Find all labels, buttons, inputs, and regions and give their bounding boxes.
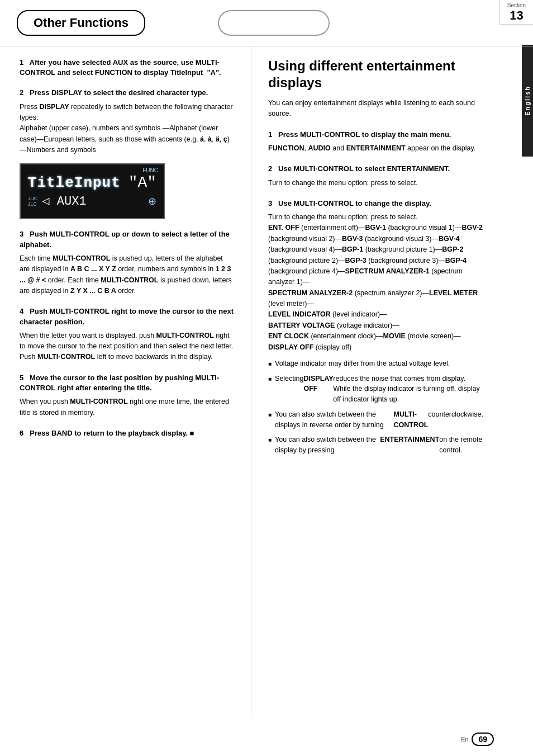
step4-body: When the letter you want is displayed, p… bbox=[20, 330, 234, 363]
r-step3-heading: 3 Use MULTI-CONTROL to change the displa… bbox=[268, 199, 483, 209]
right-section-title: Using different entertainment displays bbox=[268, 58, 483, 91]
r-step2-heading: 2 Use MULTI-CONTROL to select ENTERTAINM… bbox=[268, 164, 483, 174]
step2-body: Press DISPLAY repeatedly to switch betwe… bbox=[20, 102, 234, 156]
step3-heading: 3 Push MULTI-CONTROL up or down to selec… bbox=[20, 229, 234, 249]
step2-heading: 2 Press DISPLAY to select the desired ch… bbox=[20, 88, 234, 98]
step6-heading: 6 Press BAND to return to the playback d… bbox=[20, 428, 234, 438]
bullet-item: Selecting DISPLAY OFF reduces the noise … bbox=[268, 374, 483, 405]
step4-heading: 4 Push MULTI-CONTROL right to move the c… bbox=[20, 306, 234, 327]
page-footer: En 69 bbox=[461, 733, 494, 746]
display-func-label: FUNC bbox=[142, 167, 158, 173]
display-bottom-row: JUC JLC ◁ AUX1 ⊕ bbox=[28, 193, 156, 209]
english-label: English bbox=[524, 86, 531, 116]
step5-body: When you push MULTI-CONTROL right one mo… bbox=[20, 396, 234, 418]
left-column: 1 After you have selected AUX as the sou… bbox=[0, 46, 251, 717]
english-sidebar: English bbox=[522, 45, 533, 157]
footer-lang: En bbox=[461, 736, 468, 743]
r-step1-body: FUNCTION, AUDIO and ENTERTAINMENT appear… bbox=[268, 143, 483, 154]
step1-heading: 1 After you have selected AUX as the sou… bbox=[20, 58, 234, 78]
r-step1-heading: 1 Press MULTI-CONTROL to display the mai… bbox=[268, 130, 483, 140]
display-icon-left: JUC JLC bbox=[28, 196, 38, 207]
display-icon-right: ⊕ bbox=[148, 195, 156, 207]
r-step3-body: Turn to change the menu option; press to… bbox=[268, 212, 483, 353]
page-title: Other Functions bbox=[17, 10, 145, 36]
display-top-row: TitleInput "A" bbox=[28, 174, 156, 191]
bullet-list: Voltage indicator may differ from the ac… bbox=[268, 358, 483, 456]
bullet-item: You can also switch between the display … bbox=[268, 434, 483, 456]
r-step2-body: Turn to change the menu option; press to… bbox=[268, 178, 483, 188]
bullet-item: You can also switch between the displays… bbox=[268, 409, 483, 431]
display-title: TitleInput bbox=[28, 174, 121, 191]
right-column: Using different entertainment displays Y… bbox=[251, 46, 520, 717]
header-oval-decoration bbox=[218, 10, 330, 36]
right-intro: You can enjoy entertainment displays whi… bbox=[268, 98, 483, 120]
step5-heading: 5 Move the cursor to the last position b… bbox=[20, 373, 234, 393]
display-image: FUNC TitleInput "A" JUC JLC ◁ AUX1 ⊕ bbox=[20, 163, 165, 219]
display-aux-text: ◁ AUX1 bbox=[42, 193, 86, 209]
display-quote-a: "A" bbox=[129, 174, 156, 191]
main-content: 1 After you have selected AUX as the sou… bbox=[0, 46, 533, 717]
page-header: Other Functions bbox=[0, 0, 533, 46]
bullet-item: Voltage indicator may differ from the ac… bbox=[268, 358, 483, 369]
page-number: 69 bbox=[472, 733, 494, 746]
step3-body: Each time MULTI-CONTROL is pushed up, le… bbox=[20, 253, 234, 297]
